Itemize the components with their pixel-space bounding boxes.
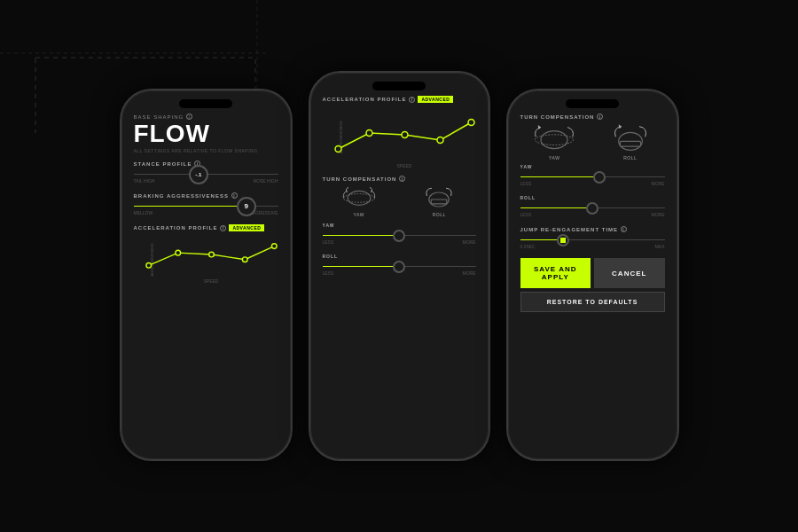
yaw-thumb-3[interactable] — [593, 171, 606, 184]
yaw-section-3: YAW — [520, 164, 665, 169]
phone1: BASE SHAPING i FLOW ALL SETTINGS ARE REL… — [120, 89, 293, 461]
accel-badge-2: ADVANCED — [418, 96, 453, 103]
accel-chart-1 — [145, 235, 278, 275]
yaw-label-3: YAW — [549, 155, 559, 160]
turn-comp-label-2: TURN COMPENSATION i — [323, 176, 476, 182]
home-indicator-1 — [179, 459, 232, 461]
accel-chart-2 — [333, 106, 476, 160]
base-shaping-label: BASE SHAPING i — [134, 113, 278, 120]
roll-track-3 — [520, 207, 665, 208]
flow-title: FLOW — [134, 121, 278, 146]
yaw-slider-2: Less More — [323, 235, 476, 245]
flow-subtitle: ALL SETTINGS ARE RELATIVE TO FLOW SHAPIN… — [134, 148, 278, 153]
phone2-content: ACCELERATION PROFILE i ADVANCED AGGRESSI… — [310, 96, 489, 456]
svg-point-15 — [437, 137, 443, 144]
yaw-label-2: YAW — [354, 212, 364, 217]
yaw-fill-3 — [520, 176, 600, 177]
dynamic-island-3 — [566, 99, 619, 108]
braking-labels: MELLOW AGGRESSIVE — [134, 210, 278, 215]
jump-label: JUMP RE-ENGAGEMENT TIME i — [520, 226, 665, 232]
accel-x-label-2: SPEED — [333, 163, 476, 168]
roll-label-3: ROLL — [623, 155, 637, 160]
scene: BASE SHAPING i FLOW ALL SETTINGS ARE REL… — [0, 0, 798, 532]
jump-labels: 0.0sec Max — [520, 244, 665, 249]
svg-rect-20 — [431, 200, 447, 204]
svg-point-9 — [208, 252, 214, 257]
roll-thumb-3[interactable] — [586, 202, 598, 215]
svg-point-16 — [468, 120, 474, 126]
braking-label: BRAKING AGGRESSIVENESS i — [134, 192, 278, 199]
svg-marker-26 — [618, 124, 621, 129]
yaw-fill-2 — [323, 235, 400, 236]
braking-slider-container: 9 MELLOW AGGRESSIVE — [134, 206, 278, 215]
roll-section-2: ROLL — [323, 254, 476, 259]
restore-button[interactable]: RESTORE TO DEFAULTS — [520, 292, 665, 312]
braking-fill — [134, 206, 246, 207]
svg-point-14 — [402, 132, 408, 138]
stance-thumb[interactable]: -.1 — [189, 165, 208, 184]
phone2-wrapper: ACCELERATION PROFILE i ADVANCED AGGRESSI… — [309, 71, 490, 461]
svg-point-12 — [335, 146, 341, 153]
jump-slider: 0.0sec Max — [520, 239, 665, 249]
roll-fill-2 — [323, 266, 400, 267]
accel-svg-2 — [333, 106, 476, 160]
home-indicator-3 — [566, 459, 619, 461]
roll-icon-2 — [421, 185, 457, 210]
roll-icon-3 — [608, 123, 653, 153]
stance-profile-label: STANCE PROFILE i — [134, 160, 278, 167]
svg-point-11 — [271, 244, 277, 249]
yaw-track-3 — [520, 176, 665, 177]
accel-label-2: ACCELERATION PROFILE i ADVANCED — [323, 96, 476, 103]
info-icon-turn3: i — [597, 113, 603, 120]
roll-label-2: ROLL — [433, 212, 446, 217]
accel-x-label-1: SPEED — [145, 278, 278, 284]
stance-slider-container: -.1 TAIL HIGH NOSE HIGH — [134, 174, 278, 184]
yaw-icon-2 — [341, 185, 377, 210]
roll-thumb-2[interactable] — [393, 261, 405, 273]
info-icon-accel2: i — [409, 97, 415, 103]
info-icon-accel1: i — [220, 225, 226, 231]
braking-track: 9 — [134, 206, 278, 207]
yaw-icon-3 — [532, 123, 576, 153]
turn-comp-icons-3: YAW ROLL — [520, 123, 665, 160]
phone2: ACCELERATION PROFILE i ADVANCED AGGRESSI… — [309, 71, 490, 461]
jump-track — [520, 239, 665, 240]
info-icon-braking: i — [231, 192, 238, 199]
phone3-content: TURN COMPENSATION i — [508, 113, 677, 456]
turn-comp-label-3: TURN COMPENSATION i — [520, 113, 665, 120]
accel-chart-1-wrapper: AGGRESSIVENESS SPEED — [145, 235, 278, 284]
yaw-track-2 — [323, 235, 476, 236]
svg-point-10 — [242, 257, 247, 262]
accel-svg-1 — [145, 235, 278, 275]
dynamic-island-2 — [372, 82, 426, 90]
stance-slider-track: -.1 — [134, 174, 278, 175]
home-indicator-2 — [372, 459, 426, 461]
info-icon-1: i — [186, 113, 192, 120]
yaw-item-2: YAW — [323, 185, 396, 217]
accel-badge-1: ADVANCED — [229, 224, 264, 231]
roll-slider-2: Less More — [323, 266, 476, 276]
roll-item-2: ROLL — [403, 185, 476, 217]
svg-point-8 — [175, 250, 180, 255]
yaw-slider-3: Less More — [520, 176, 665, 186]
dynamic-island-1 — [179, 99, 232, 108]
save-button[interactable]: SAVE AND APPLY — [520, 258, 591, 288]
roll-track-2 — [323, 266, 476, 267]
yaw-section-2: YAW — [323, 223, 476, 228]
action-buttons: SAVE AND APPLY CANCEL — [520, 258, 665, 288]
jump-thumb[interactable] — [557, 234, 569, 246]
roll-slider-3: Less More — [520, 207, 665, 217]
svg-point-17 — [348, 191, 371, 205]
roll-fill-3 — [520, 207, 593, 208]
cancel-button[interactable]: CANCEL — [594, 258, 665, 288]
phone1-content: BASE SHAPING i FLOW ALL SETTINGS ARE REL… — [121, 113, 291, 456]
roll-section-3: ROLL — [520, 195, 665, 200]
info-icon-turn2: i — [399, 176, 405, 182]
yaw-thumb-2[interactable] — [393, 230, 405, 242]
svg-rect-25 — [620, 141, 640, 146]
braking-thumb[interactable]: 9 — [237, 197, 256, 216]
phone1-wrapper: BASE SHAPING i FLOW ALL SETTINGS ARE REL… — [120, 89, 293, 461]
turn-comp-icons-2: YAW — [323, 185, 476, 217]
phone3-wrapper: TURN COMPENSATION i — [506, 89, 679, 461]
roll-item-3: ROLL — [596, 123, 665, 160]
